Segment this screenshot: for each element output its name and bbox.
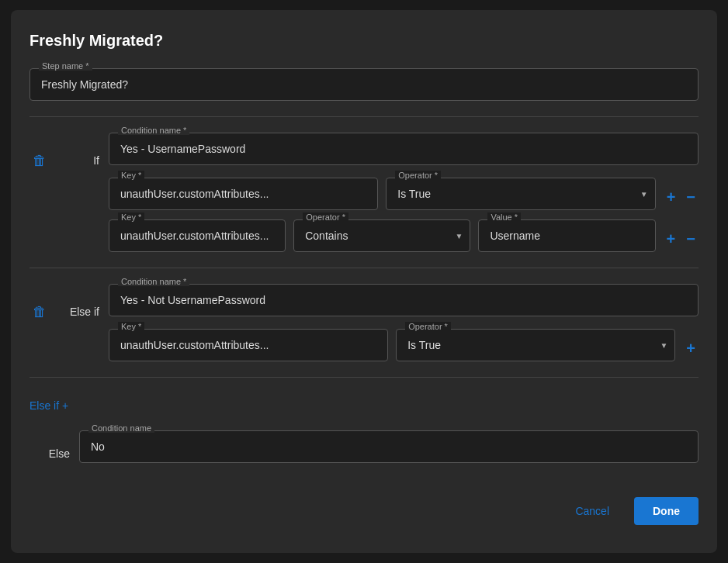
if-row2-key-field: Key * (109, 219, 286, 252)
else-if-condition-name-input[interactable] (109, 284, 699, 316)
else-if-row-1: Key * Operator * Is True Contains Equals… (109, 329, 699, 361)
if-row2-value-field: Value * (478, 219, 655, 252)
else-if-row1-operator-field: Operator * Is True Contains Equals (396, 329, 675, 361)
else-condition-name-input[interactable] (79, 430, 699, 463)
if-row2-value-label: Value * (487, 212, 521, 222)
if-row1-key-input[interactable] (109, 178, 378, 210)
else-label: Else (29, 430, 70, 460)
if-row1-operator-field: Operator * Is True Contains Equals (386, 178, 655, 210)
if-row1-operator-label: Operator * (395, 171, 441, 180)
else-condition-name-label: Condition name (88, 423, 154, 433)
if-row1-key-label: Key * (118, 171, 144, 180)
else-if-row1-actions: + (683, 331, 699, 359)
else-if-block: 🗑 Else if Condition name * Key * Operato… (29, 284, 699, 361)
cancel-button[interactable]: Cancel (560, 497, 625, 525)
if-delete-button[interactable]: 🗑 (29, 133, 50, 169)
if-row-2: Key * Operator * Contains Is True Equals… (109, 219, 699, 252)
if-content: Condition name * Key * Operator * Is Tru… (109, 133, 699, 252)
else-content: Condition name (79, 430, 699, 475)
modal-title: Freshly Migrated? (29, 32, 699, 50)
else-if-row1-key-label: Key * (118, 322, 144, 331)
else-block: Else Condition name (29, 430, 699, 475)
else-if-row1-key-field: Key * (109, 329, 388, 361)
footer-buttons: Cancel Done (29, 497, 699, 525)
step-name-label: Step name * (39, 61, 92, 71)
else-if-row1-operator-select[interactable]: Is True Contains Equals (396, 329, 675, 361)
if-condition-name-field: Condition name * (109, 133, 699, 165)
modal-container: Freshly Migrated? Step name * 🗑 If Condi… (11, 10, 717, 553)
divider-3 (29, 377, 699, 378)
done-button[interactable]: Done (634, 497, 699, 525)
if-row2-remove-button[interactable]: − (683, 228, 699, 250)
step-name-field: Step name * (29, 68, 699, 101)
else-if-row1-operator-label: Operator * (405, 322, 451, 331)
if-row2-value-input[interactable] (478, 219, 655, 252)
if-row-1: Key * Operator * Is True Contains Equals… (109, 178, 699, 210)
if-row2-operator-label: Operator * (303, 212, 348, 222)
else-if-row1-key-input[interactable] (109, 329, 388, 361)
else-if-content: Condition name * Key * Operator * Is Tru… (109, 284, 699, 361)
if-row1-key-field: Key * (109, 178, 378, 210)
step-name-input[interactable] (29, 68, 699, 101)
if-row2-operator-select[interactable]: Contains Is True Equals (293, 219, 470, 252)
if-row1-add-button[interactable]: + (664, 186, 679, 208)
else-if-delete-button[interactable]: 🗑 (29, 284, 50, 320)
if-row1-actions: + − (664, 180, 699, 208)
if-row1-operator-select[interactable]: Is True Contains Equals (386, 178, 655, 210)
else-if-label: Else if (59, 284, 99, 318)
else-if-row1-add-button[interactable]: + (683, 337, 699, 359)
if-label: If (59, 133, 99, 167)
else-if-condition-name-label: Condition name * (118, 277, 189, 286)
divider-2 (29, 268, 699, 268)
else-if-condition-name-field: Condition name * (109, 284, 699, 316)
else-condition-name-field: Condition name (79, 430, 699, 463)
if-condition-name-label: Condition name * (118, 126, 189, 135)
if-row2-key-label: Key * (118, 212, 144, 222)
if-condition-name-input[interactable] (109, 133, 699, 165)
if-row2-key-input[interactable] (109, 219, 286, 252)
divider-1 (29, 116, 699, 117)
if-row2-operator-field: Operator * Contains Is True Equals (293, 219, 470, 252)
if-block: 🗑 If Condition name * Key * Operator * I… (29, 133, 699, 252)
else-if-add-link[interactable]: Else if + (29, 399, 68, 412)
if-row1-remove-button[interactable]: − (683, 186, 699, 208)
if-row2-actions: + − (664, 222, 699, 250)
if-row2-add-button[interactable]: + (664, 228, 679, 250)
